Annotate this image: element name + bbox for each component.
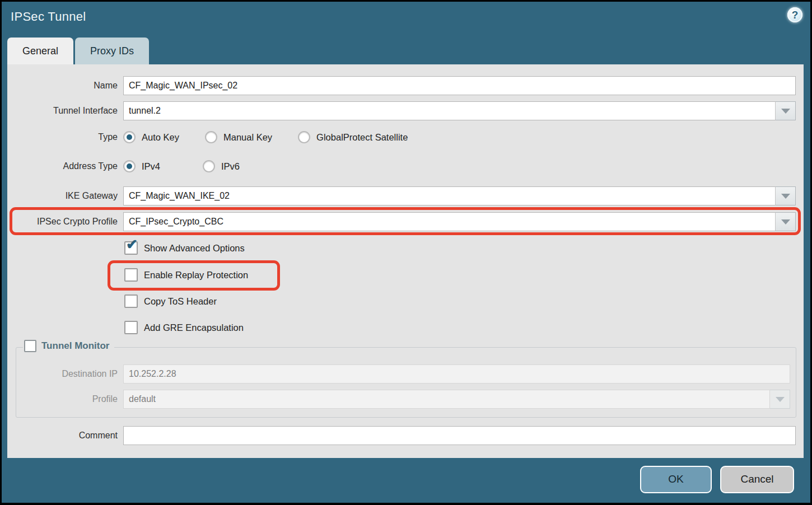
- type-globalprotect-satellite-label: GlobalProtect Satellite: [316, 132, 408, 143]
- copy-tos-header-label: Copy ToS Header: [144, 296, 217, 307]
- tab-general[interactable]: General: [7, 38, 73, 64]
- destination-ip-row: Destination IP: [16, 364, 796, 384]
- address-type-ipv6-option[interactable]: IPv6: [203, 160, 240, 172]
- type-manual-key-label: Manual Key: [223, 132, 272, 143]
- type-auto-key-option[interactable]: Auto Key: [123, 131, 179, 143]
- ipsec-tunnel-dialog: IPSec Tunnel ? General Proxy IDs Name Tu…: [2, 2, 810, 503]
- radio-unselected-icon: [298, 131, 310, 143]
- ipsec-crypto-profile-label: IPSec Crypto Profile: [7, 217, 118, 227]
- profile-label: Profile: [16, 394, 118, 404]
- ike-gateway-input[interactable]: [123, 186, 776, 205]
- address-type-label: Address Type: [7, 161, 118, 171]
- radio-unselected-icon: [205, 131, 217, 143]
- chevron-down-icon: [781, 194, 790, 199]
- dialog-footer: OK Cancel: [2, 456, 810, 503]
- checkbox-unchecked-icon[interactable]: [124, 321, 138, 334]
- copy-tos-header-row[interactable]: Copy ToS Header: [124, 294, 217, 308]
- type-row: Type Auto Key Manual Key GlobalProtect S…: [7, 129, 804, 145]
- ipsec-crypto-profile-row: IPSec Crypto Profile: [7, 212, 804, 231]
- tunnel-interface-input[interactable]: [123, 101, 776, 120]
- ipsec-crypto-profile-input[interactable]: [123, 212, 776, 231]
- tunnel-monitor-legend: Tunnel Monitor: [23, 340, 114, 352]
- checkbox-unchecked-icon[interactable]: [124, 294, 138, 308]
- ike-gateway-row: IKE Gateway: [7, 186, 804, 205]
- name-input[interactable]: [123, 76, 796, 95]
- add-gre-encapsulation-label: Add GRE Encapsulation: [144, 322, 244, 333]
- checkbox-unchecked-icon[interactable]: [24, 340, 36, 352]
- profile-dropdown-button: [770, 390, 790, 409]
- type-label: Type: [7, 132, 118, 142]
- tunnel-monitor-fieldset: Tunnel Monitor Destination IP Profile: [16, 347, 796, 418]
- ike-gateway-dropdown-button[interactable]: [776, 186, 796, 205]
- destination-ip-label: Destination IP: [16, 369, 118, 379]
- type-globalprotect-satellite-option[interactable]: GlobalProtect Satellite: [298, 131, 408, 143]
- ok-button[interactable]: OK: [640, 466, 712, 493]
- tunnel-monitor-label: Tunnel Monitor: [41, 340, 110, 352]
- destination-ip-input: [123, 364, 790, 384]
- chevron-down-icon: [781, 219, 790, 225]
- dialog-titlebar: IPSec Tunnel ?: [2, 2, 810, 35]
- checkbox-unchecked-icon[interactable]: [124, 268, 138, 282]
- ipsec-crypto-profile-dropdown-button[interactable]: [776, 212, 796, 231]
- address-type-ipv6-label: IPv6: [221, 161, 240, 172]
- type-manual-key-option[interactable]: Manual Key: [205, 131, 272, 143]
- comment-label: Comment: [7, 431, 118, 441]
- show-advanced-options-row[interactable]: ✔ Show Advanced Options: [124, 241, 245, 255]
- comment-input[interactable]: [123, 426, 796, 445]
- dialog-title: IPSec Tunnel: [11, 10, 86, 24]
- address-type-ipv4-option[interactable]: IPv4: [123, 160, 160, 172]
- tab-bar: General Proxy IDs: [7, 38, 149, 64]
- name-row: Name: [7, 76, 804, 95]
- tunnel-interface-dropdown-button[interactable]: [776, 101, 796, 120]
- tab-proxy-ids[interactable]: Proxy IDs: [75, 38, 149, 64]
- chevron-down-icon: [776, 397, 785, 402]
- radio-unselected-icon: [203, 160, 215, 172]
- address-type-ipv4-label: IPv4: [142, 161, 160, 172]
- help-icon[interactable]: ?: [787, 7, 802, 22]
- profile-input: [123, 390, 770, 409]
- address-type-row: Address Type IPv4 IPv6: [7, 158, 804, 174]
- tunnel-interface-row: Tunnel Interface: [7, 101, 804, 120]
- comment-row: Comment: [7, 426, 804, 445]
- radio-selected-icon: [123, 160, 136, 172]
- radio-selected-icon: [123, 131, 136, 143]
- name-label: Name: [7, 81, 118, 91]
- enable-replay-protection-label: Enable Replay Protection: [144, 270, 248, 280]
- add-gre-encapsulation-row[interactable]: Add GRE Encapsulation: [124, 320, 244, 335]
- checkbox-checked-icon[interactable]: ✔: [124, 241, 138, 255]
- profile-row: Profile: [16, 390, 796, 409]
- type-auto-key-label: Auto Key: [142, 132, 179, 143]
- check-mark-icon: ✔: [126, 237, 138, 251]
- chevron-down-icon: [781, 109, 790, 114]
- general-tab-panel: Name Tunnel Interface Type: [7, 64, 804, 458]
- tunnel-interface-label: Tunnel Interface: [7, 106, 118, 116]
- ike-gateway-label: IKE Gateway: [7, 191, 118, 201]
- show-advanced-options-label: Show Advanced Options: [144, 243, 245, 254]
- cancel-button[interactable]: Cancel: [720, 466, 794, 493]
- enable-replay-protection-row[interactable]: Enable Replay Protection: [124, 268, 248, 282]
